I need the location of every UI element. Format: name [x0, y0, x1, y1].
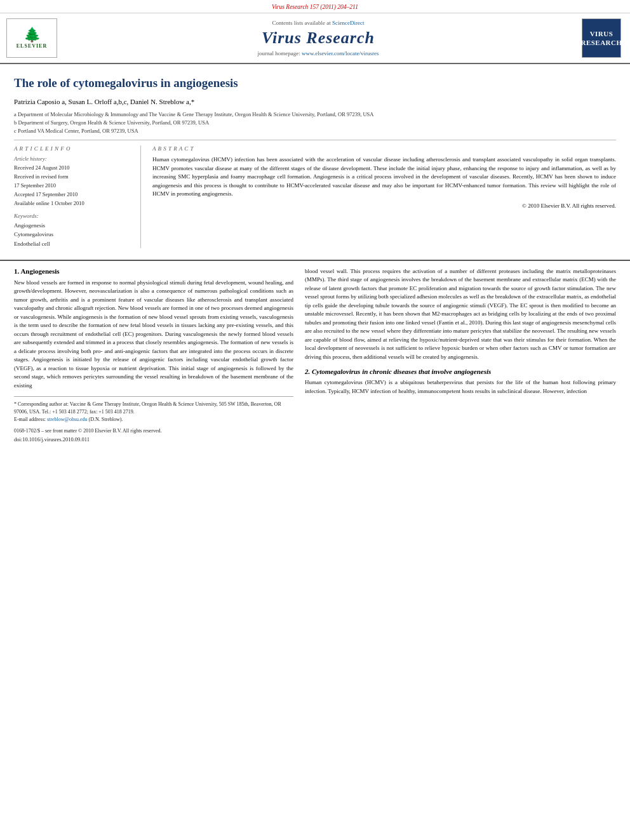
virus-research-logo: VIRUS RESEARCH [582, 18, 621, 58]
journal-citation-bar: Virus Research 157 (2011) 204–211 [0, 0, 630, 13]
keywords-title: Keywords: [14, 213, 131, 219]
keyword-cytomegalovirus: Cytomegalovirus [14, 230, 131, 239]
article-available: Available online 1 October 2010 [14, 200, 131, 208]
article-received: Received 24 August 2010 [14, 164, 131, 172]
article-title: The role of cytomegalovirus in angiogene… [14, 76, 616, 91]
abstract-text: Human cytomegalovirus (HCMV) infection h… [152, 156, 616, 199]
journal-citation: Virus Research 157 (2011) 204–211 [272, 4, 358, 10]
section1-heading: 1. Angiogenesis [14, 267, 293, 275]
journal-homepage-link[interactable]: www.elsevier.com/locate/virusres [302, 50, 379, 57]
virus-research-logo-container: VIRUS RESEARCH [579, 18, 624, 58]
section1-right-text: blood vessel wall. This process requires… [305, 267, 616, 362]
journal-header: 🌲 ELSEVIER Contents lists available at S… [0, 13, 630, 64]
article-authors: Patrizia Caposio a, Susan L. Orloff a,b,… [14, 97, 616, 107]
article-body: The role of cytomegalovirus in angiogene… [0, 64, 630, 255]
journal-center-info: Contents lists available at ScienceDirec… [62, 18, 574, 58]
email-link[interactable]: streblow@ohsu.edu [47, 417, 88, 422]
doi-text: doi:10.1016/j.virusres.2010.09.011 [14, 436, 293, 443]
page-wrapper: Virus Research 157 (2011) 204–211 🌲 ELSE… [0, 0, 630, 443]
section2-heading: 2. Cytomegalovirus in chronic diseases t… [305, 368, 616, 375]
corresponding-author-footnote: * Corresponding author at: Vaccine & Gen… [14, 401, 293, 416]
article-revised-date: 17 September 2010 [14, 182, 131, 190]
sciencedirect-label: Contents lists available at ScienceDirec… [62, 20, 574, 26]
elsevier-logo-text: ELSEVIER [17, 43, 47, 49]
article-history-label: Article history: [14, 156, 131, 163]
section1-left-text: New blood vessels are formed in response… [14, 279, 293, 390]
main-col-left: 1. Angiogenesis New blood vessels are fo… [14, 267, 293, 443]
section2-text: Human cytomegalovirus (HCMV) is a ubiqui… [305, 378, 616, 396]
journal-homepage: journal homepage: www.elsevier.com/locat… [62, 50, 574, 57]
abstract-copyright: © 2010 Elsevier B.V. All rights reserved… [152, 203, 616, 209]
virus-logo-line1: VIRUS [590, 29, 613, 38]
journal-title: Virus Research [62, 29, 574, 48]
affiliation-b: b Department of Surgery, Oregon Health &… [14, 119, 616, 127]
affiliation-a: a Department of Molecular Microbiology &… [14, 110, 616, 119]
affiliations: a Department of Molecular Microbiology &… [14, 110, 616, 135]
abstract-column: A B S T R A C T Human cytomegalovirus (H… [152, 145, 616, 248]
article-accepted: Accepted 17 September 2010 [14, 191, 131, 199]
article-revised-label: Received in revised form [14, 173, 131, 181]
article-info-section-title: A R T I C L E I N F O [14, 145, 131, 152]
affiliation-c: c Portland VA Medical Center, Portland, … [14, 127, 616, 135]
main-content-area: 1. Angiogenesis New blood vessels are fo… [0, 260, 630, 443]
sciencedirect-link[interactable]: ScienceDirect [332, 20, 364, 26]
elsevier-tree-icon: 🌲 [23, 28, 41, 42]
elsevier-logo: 🌲 ELSEVIER [6, 18, 57, 58]
email-footnote: E-mail address: streblow@ohsu.edu (D.N. … [14, 416, 293, 423]
virus-logo-line2: RESEARCH [580, 38, 622, 47]
abstract-section-title: A B S T R A C T [152, 145, 616, 152]
article-info-column: A R T I C L E I N F O Article history: R… [14, 145, 141, 248]
issn-text: 0168-1702/$ – see front matter © 2010 El… [14, 427, 293, 435]
article-info-abstract-section: A R T I C L E I N F O Article history: R… [14, 140, 616, 248]
main-col-right: blood vessel wall. This process requires… [305, 267, 616, 443]
footnote-divider [14, 396, 293, 397]
keyword-endothelial-cell: Endothelial cell [14, 239, 131, 248]
keyword-angiogenesis: Angiogenesis [14, 221, 131, 230]
